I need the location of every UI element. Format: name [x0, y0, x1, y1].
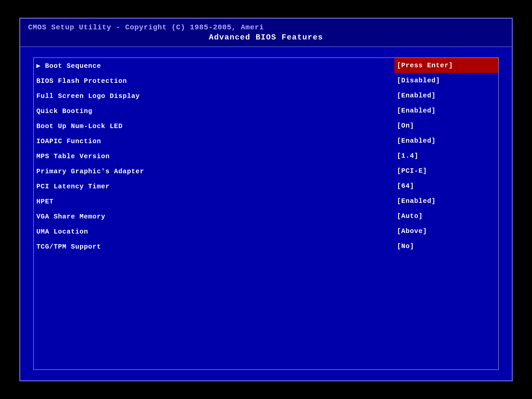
menu-item-1[interactable]: BIOS Flash Protection [34, 74, 394, 89]
header-title: CMOS Setup Utility - Copyright (C) 1985-… [28, 23, 504, 31]
menu-item-10[interactable]: VGA Share Memory [34, 209, 394, 224]
menu-value-6[interactable]: [1.4] [394, 148, 498, 163]
bios-content: ▶ Boot SequenceBIOS Flash ProtectionFull… [20, 47, 512, 380]
menu-item-4[interactable]: Boot Up Num-Lock LED [34, 119, 394, 134]
menu-value-10[interactable]: [Auto] [394, 209, 498, 224]
menu-value-12[interactable]: [No] [394, 239, 498, 254]
menu-value-7[interactable]: [PCI-E] [394, 163, 498, 178]
menu-item-9[interactable]: HPET [34, 194, 394, 209]
menu-item-2[interactable]: Full Screen Logo Display [34, 89, 394, 104]
menu-value-5[interactable]: [Enabled] [394, 133, 498, 148]
menu-value-1[interactable]: [Disabled] [394, 73, 498, 88]
menu-value-11[interactable]: [Above] [394, 224, 498, 239]
menu-item-8[interactable]: PCI Latency Timer [34, 179, 394, 194]
menu-item-11[interactable]: UMA Location [34, 224, 394, 239]
menu-item-5[interactable]: IOAPIC Function [34, 134, 394, 149]
menu-value-4[interactable]: [On] [394, 118, 498, 133]
left-panel: ▶ Boot SequenceBIOS Flash ProtectionFull… [34, 58, 394, 369]
menu-value-9[interactable]: [Enabled] [394, 194, 498, 209]
header-subtitle: Advanced BIOS Features [28, 33, 504, 42]
menu-value-0[interactable]: [Press Enter] [394, 58, 498, 73]
right-panel: [Press Enter][Disabled][Enabled][Enabled… [394, 58, 498, 369]
menu-item-3[interactable]: Quick Booting [34, 104, 394, 119]
menu-item-6[interactable]: MPS Table Version [34, 149, 394, 164]
menu-border: ▶ Boot SequenceBIOS Flash ProtectionFull… [33, 57, 499, 370]
menu-value-8[interactable]: [64] [394, 178, 498, 194]
menu-value-3[interactable]: [Enabled] [394, 103, 498, 118]
menu-item-12[interactable]: TCG/TPM Support [34, 239, 394, 254]
menu-value-2[interactable]: [Enabled] [394, 88, 498, 103]
bios-header: CMOS Setup Utility - Copyright (C) 1985-… [20, 19, 512, 47]
bios-screen: CMOS Setup Utility - Copyright (C) 1985-… [19, 18, 513, 381]
menu-item-0[interactable]: ▶ Boot Sequence [34, 58, 394, 74]
menu-item-7[interactable]: Primary Graphic's Adapter [34, 164, 394, 179]
